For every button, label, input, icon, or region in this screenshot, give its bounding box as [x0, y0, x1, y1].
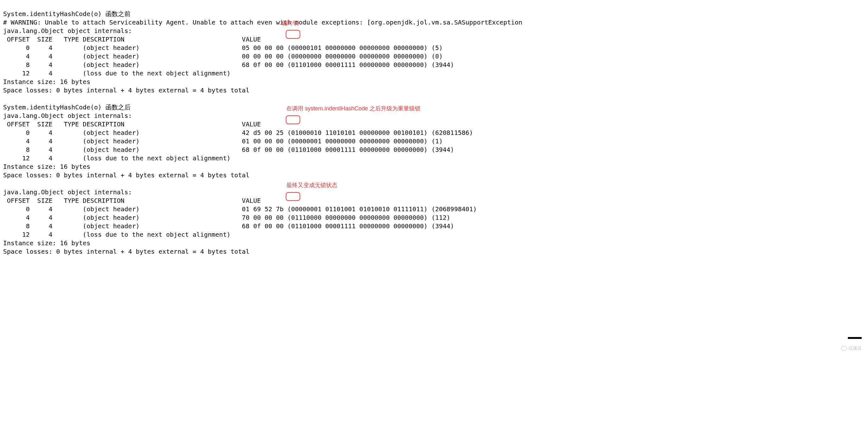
section-header-before: System.identityHashCode(o) 函数之前	[3, 10, 131, 18]
instance-size-2: Instance size: 16 bytes	[3, 163, 90, 170]
watermark-bar-icon	[848, 337, 862, 339]
annotation-heavyweight-lock: 在调用 system.indentiHashCode 之后升级为重量级锁	[286, 104, 421, 113]
internals-heading-2: java.lang.Object object internals:	[3, 112, 132, 120]
block1-row0: 0 4 (object header) 05 00 00 00 (0000010…	[3, 44, 443, 52]
block2-row1: 4 4 (object header) 01 00 00 00 (0000000…	[3, 137, 443, 145]
block1-row2: 8 4 (object header) 68 0f 00 00 (0110100…	[3, 61, 454, 69]
internals-heading: java.lang.Object object internals:	[3, 27, 132, 35]
block3-row0: 0 4 (object header) 01 69 52 7b (0000000…	[3, 205, 477, 213]
highlight-box-1	[286, 30, 300, 39]
section-header-after: System.identityHashCode(o) 函数之后	[3, 103, 131, 111]
highlight-box-2	[286, 115, 300, 124]
annotation-biased-lock: 偏向锁	[282, 19, 299, 27]
block2-row3: 12 4 (loss due to the next object alignm…	[3, 155, 230, 162]
instance-size-3: Instance size: 16 bytes	[3, 239, 90, 247]
block3-row1: 4 4 (object header) 70 00 00 00 (0111000…	[3, 214, 451, 221]
table-header-2: OFFSET SIZE TYPE DESCRIPTION VALUE	[3, 121, 261, 128]
annotation-unlocked: 最终又变成无锁状态	[286, 181, 337, 190]
warning-line: # WARNING: Unable to attach Serviceabili…	[3, 19, 522, 26]
space-losses-3: Space losses: 0 bytes internal + 4 bytes…	[3, 248, 250, 255]
block3-row2: 8 4 (object header) 68 0f 00 00 (0110100…	[3, 222, 454, 230]
instance-size: Instance size: 16 bytes	[3, 78, 90, 86]
block2-row0: 0 4 (object header) 42 d5 00 25 (0100001…	[3, 129, 473, 136]
terminal-output: System.identityHashCode(o) 函数之前 # WARNIN…	[0, 0, 868, 356]
block2-row2: 8 4 (object header) 68 0f 00 00 (0110100…	[3, 146, 454, 154]
watermark: 亿速云	[841, 344, 862, 352]
internals-heading-3: java.lang.Object object internals:	[3, 188, 132, 196]
cloud-icon	[841, 346, 847, 350]
space-losses: Space losses: 0 bytes internal + 4 bytes…	[3, 87, 250, 94]
watermark-text: 亿速云	[848, 344, 862, 352]
highlight-box-3	[286, 192, 300, 201]
table-header-3: OFFSET SIZE TYPE DESCRIPTION VALUE	[3, 197, 261, 204]
table-header: OFFSET SIZE TYPE DESCRIPTION VALUE	[3, 36, 261, 43]
block1-row3: 12 4 (loss due to the next object alignm…	[3, 69, 230, 77]
block3-row3: 12 4 (loss due to the next object alignm…	[3, 231, 230, 238]
block1-row1: 4 4 (object header) 00 00 00 00 (0000000…	[3, 53, 443, 60]
space-losses-2: Space losses: 0 bytes internal + 4 bytes…	[3, 171, 250, 179]
